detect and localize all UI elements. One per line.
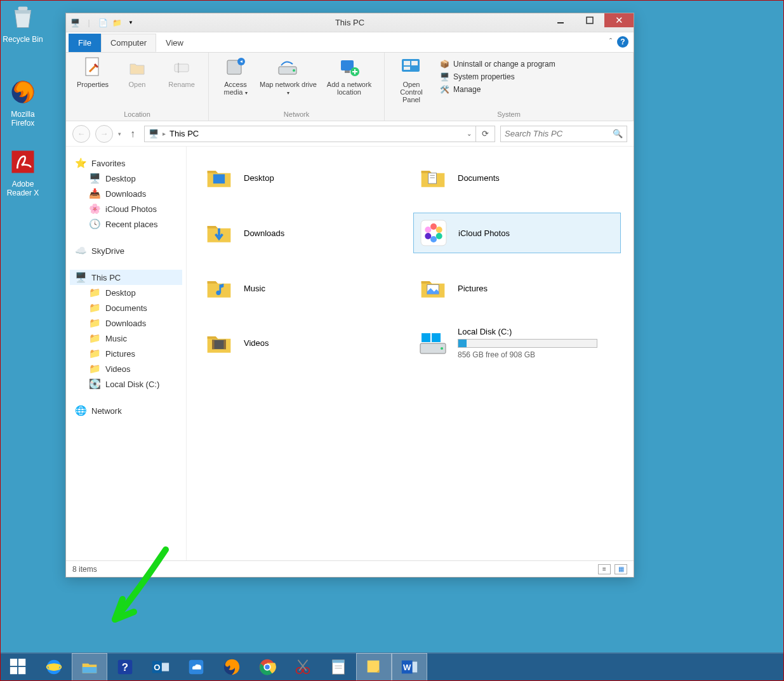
svg-rect-38 (422, 333, 430, 342)
tile-videos[interactable]: Videos (199, 323, 407, 363)
tile-documents[interactable]: Documents (413, 158, 621, 197)
refresh-button[interactable]: ⟳ (476, 126, 495, 142)
chevron-right-icon[interactable]: ▸ (163, 130, 166, 137)
nav-network[interactable]: 🌐Network (70, 403, 182, 418)
nav-favorites[interactable]: ⭐Favorites (70, 155, 182, 171)
nav-pc-videos[interactable]: 📁Videos (70, 361, 182, 376)
address-dropdown-icon[interactable]: ⌄ (467, 130, 472, 137)
svg-rect-6 (175, 64, 189, 72)
help-icon[interactable]: ? (617, 36, 628, 48)
nav-fav-downloads[interactable]: 📥Downloads (70, 186, 182, 201)
search-input[interactable] (505, 129, 613, 138)
svg-rect-39 (432, 333, 441, 342)
taskbar-firefox[interactable] (214, 653, 249, 681)
nav-fav-desktop[interactable]: 🖥️Desktop (70, 171, 182, 186)
qat-properties-icon[interactable]: 📄 (98, 18, 108, 28)
tab-view[interactable]: View (156, 34, 193, 52)
tile-downloads[interactable]: Downloads (199, 213, 407, 253)
content-pane: Desktop Documents Downloads iCloud Photo… (187, 147, 634, 560)
recycle-bin-icon (8, 2, 38, 32)
breadcrumb[interactable]: This PC (169, 129, 199, 138)
recent-locations-dropdown[interactable]: ▾ (118, 131, 121, 137)
ribbon-open-control-panel[interactable]: Open Control Panel (391, 56, 432, 103)
ribbon-add-network-location[interactable]: Add a network location (321, 56, 378, 96)
up-button[interactable]: ↑ (126, 128, 139, 140)
tile-music[interactable]: Music (199, 268, 407, 308)
recent-icon: 🕓 (89, 218, 100, 230)
taskbar-ie[interactable] (36, 653, 72, 681)
ribbon-system-properties[interactable]: 🖥️System properties (439, 72, 555, 82)
taskbar-skydrive[interactable] (178, 653, 214, 681)
back-button[interactable]: ← (72, 125, 90, 143)
svg-rect-40 (10, 659, 17, 666)
svg-rect-41 (18, 659, 25, 666)
nav-pc-localdisk[interactable]: 💽Local Disk (C:) (70, 376, 182, 392)
close-button[interactable]: ✕ (604, 13, 634, 27)
view-details-button[interactable]: ≡ (598, 564, 611, 574)
map-drive-icon (277, 56, 299, 78)
tile-local-disk[interactable]: Local Disk (C:) 856 GB free of 908 GB (413, 323, 621, 363)
ribbon-collapse-icon[interactable]: ˆ (609, 37, 612, 46)
control-panel-icon (401, 56, 422, 78)
taskbar-sticky-notes[interactable] (356, 653, 392, 681)
navigation-row: ← → ▾ ↑ 🖥️ ▸ This PC ⌄ ⟳ 🔍 (66, 121, 634, 147)
start-button[interactable] (1, 653, 36, 681)
disk-free-text: 856 GB free of 908 GB (458, 350, 597, 359)
nav-pc-desktop[interactable]: 📁Desktop (70, 285, 182, 300)
nav-skydrive[interactable]: ☁️SkyDrive (70, 243, 182, 258)
drive-icon: 💽 (89, 378, 100, 390)
icloud-photos-icon (418, 217, 449, 249)
search-icon[interactable]: 🔍 (613, 129, 623, 138)
taskbar-chrome[interactable] (249, 653, 285, 681)
maximize-button[interactable] (575, 13, 604, 27)
taskbar-help[interactable]: ? (107, 653, 143, 681)
open-icon (126, 56, 148, 78)
search-box[interactable]: 🔍 (500, 126, 627, 142)
ribbon-properties[interactable]: Properties (72, 56, 113, 88)
svg-rect-20 (429, 173, 437, 184)
tile-icloud-photos[interactable]: iCloud Photos (413, 213, 621, 253)
network-icon: 🌐 (75, 405, 86, 416)
svg-point-24 (430, 230, 437, 236)
taskbar-outlook[interactable]: O (143, 653, 178, 681)
desktop-icon-firefox[interactable]: Mozilla Firefox (1, 77, 45, 128)
item-count: 8 items (72, 565, 97, 574)
ribbon-map-network-drive[interactable]: Map network drive ▾ (260, 56, 317, 96)
svg-point-31 (216, 291, 220, 295)
taskbar-word[interactable]: W (392, 653, 427, 681)
svg-point-27 (436, 233, 442, 239)
nav-fav-recent[interactable]: 🕓Recent places (70, 216, 182, 232)
nav-pc-pictures[interactable]: 📁Pictures (70, 346, 182, 361)
desktop-icon-recycle-bin[interactable]: Recycle Bin (1, 2, 45, 44)
minimize-button[interactable] (546, 13, 575, 27)
ribbon-manage[interactable]: 🛠️Manage (439, 84, 555, 95)
system-menu-icon[interactable]: 🖥️ (70, 18, 80, 28)
folder-desktop-icon (203, 162, 235, 194)
view-large-icons-button[interactable]: ▦ (615, 564, 627, 574)
nav-fav-icloud[interactable]: 🌸iCloud Photos (70, 201, 182, 216)
desktop-icon-adobe-reader[interactable]: Adobe Reader X (1, 147, 45, 197)
taskbar-file-explorer[interactable] (72, 653, 107, 681)
tab-file[interactable]: File (69, 34, 101, 52)
nav-pc-music[interactable]: 📁Music (70, 331, 182, 346)
properties-icon (82, 56, 103, 78)
qat-dropdown-icon[interactable]: ▼ (126, 18, 136, 28)
nav-pc-documents[interactable]: 📁Documents (70, 300, 182, 315)
folder-icon: 📁 (89, 363, 100, 374)
taskbar-snipping-tool[interactable] (285, 653, 321, 681)
address-bar[interactable]: 🖥️ ▸ This PC ⌄ (144, 126, 476, 142)
downloads-icon: 📥 (89, 188, 100, 199)
svg-rect-43 (18, 667, 25, 674)
forward-button[interactable]: → (95, 125, 113, 143)
svg-rect-34 (212, 340, 215, 349)
nav-pc-downloads[interactable]: 📁Downloads (70, 315, 182, 331)
tab-computer[interactable]: Computer (101, 34, 156, 52)
taskbar-notepad[interactable] (321, 653, 356, 681)
nav-this-pc[interactable]: 🖥️This PC (70, 270, 182, 285)
qat-newfolder-icon[interactable]: 📁 (112, 18, 122, 28)
rename-icon (171, 56, 192, 78)
ribbon-access-media[interactable]: Access media ▾ (215, 56, 256, 96)
tile-desktop[interactable]: Desktop (199, 158, 407, 197)
tile-pictures[interactable]: Pictures (413, 268, 621, 308)
ribbon-uninstall-program[interactable]: 📦Uninstall or change a program (439, 59, 555, 69)
